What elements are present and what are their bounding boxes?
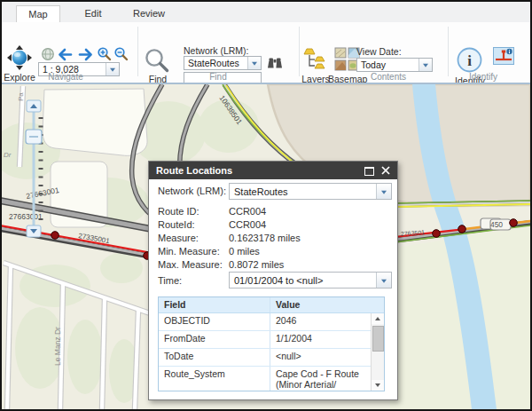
max-measure-value: 0.8072 miles bbox=[229, 259, 284, 270]
table-cell-field: Route_System bbox=[159, 367, 270, 391]
zoom-slider-down-button[interactable] bbox=[27, 225, 41, 237]
time-value: 01/01/2004 to <null> bbox=[234, 275, 323, 286]
scrollbar-thumb[interactable] bbox=[372, 326, 384, 352]
group-label-identify: Identify bbox=[439, 72, 528, 82]
close-icon[interactable] bbox=[381, 166, 390, 175]
measure-value: 0.1623178 miles bbox=[229, 233, 301, 243]
zoom-in-icon[interactable] bbox=[97, 46, 112, 62]
scroll-up-button[interactable] bbox=[372, 313, 384, 324]
attributes-table: Field Value OBJECTID 2046 FromDate 1/1/2… bbox=[158, 296, 385, 391]
app-window: Map Edit Review Explore bbox=[0, 0, 532, 411]
table-scrollbar[interactable] bbox=[371, 313, 384, 391]
group-label-contents: Contents bbox=[344, 72, 433, 82]
field-label: Route ID: bbox=[158, 206, 199, 217]
street-name-label: Pa bbox=[17, 92, 25, 101]
binoculars-icon[interactable] bbox=[267, 57, 283, 70]
svg-text:450: 450 bbox=[490, 220, 503, 229]
tab-edit[interactable]: Edit bbox=[69, 5, 117, 22]
field-label: RouteId: bbox=[158, 219, 195, 230]
view-date-combobox[interactable]: Today bbox=[356, 58, 433, 72]
table-cell-value: 1/1/2004 bbox=[270, 331, 371, 348]
full-extent-globe-icon[interactable] bbox=[41, 47, 55, 61]
tab-map[interactable]: Map bbox=[16, 5, 60, 22]
min-measure-value: 0 miles bbox=[229, 246, 260, 257]
dropdown-arrow-icon[interactable] bbox=[376, 273, 391, 288]
identify-route-locations-icon[interactable] bbox=[493, 47, 514, 65]
tab-review[interactable]: Review bbox=[122, 5, 176, 22]
field-label: Measure: bbox=[158, 233, 199, 243]
view-date-value: Today bbox=[361, 59, 386, 70]
network-lrm-dialog-combobox[interactable]: StateRoutes bbox=[229, 183, 392, 200]
explore-icon[interactable] bbox=[7, 45, 32, 70]
find-route-icon[interactable] bbox=[144, 47, 170, 74]
route-id-value: CCR004 bbox=[229, 206, 266, 217]
group-label-navigate: Navigate bbox=[21, 72, 110, 82]
table-cell-value: 2046 bbox=[270, 313, 371, 330]
routeid-value: CCR004 bbox=[229, 219, 266, 230]
svg-text:i: i bbox=[467, 52, 472, 69]
identify-icon[interactable]: i bbox=[456, 46, 483, 74]
maximize-icon[interactable] bbox=[364, 167, 374, 176]
zoom-slider-thumb[interactable] bbox=[26, 130, 42, 144]
dropdown-arrow-icon[interactable] bbox=[419, 59, 432, 71]
zoom-out-icon[interactable] bbox=[113, 46, 129, 62]
map-route-shield: 450 bbox=[481, 218, 511, 230]
network-lrm-dialog-value: StateRoutes bbox=[234, 186, 288, 197]
column-header-value[interactable]: Value bbox=[270, 297, 371, 312]
dropdown-arrow-icon[interactable] bbox=[247, 57, 261, 69]
group-separator bbox=[299, 27, 300, 76]
table-cell-value: <null> bbox=[270, 349, 371, 366]
table-cell-field: ToDate bbox=[159, 349, 270, 366]
table-row[interactable]: OBJECTID 2046 bbox=[159, 313, 384, 331]
scroll-down-button[interactable] bbox=[372, 380, 384, 391]
table-header-row: Field Value bbox=[159, 297, 384, 313]
table-row[interactable]: FromDate 1/1/2004 bbox=[159, 331, 384, 349]
dialog-title: Route Locations bbox=[156, 165, 232, 176]
network-lrm-combobox[interactable]: StateRoutes bbox=[184, 56, 262, 70]
table-cell-field: OBJECTID bbox=[159, 313, 270, 330]
group-label-find: Find bbox=[174, 72, 262, 82]
route-id-label: 27663001 bbox=[9, 212, 43, 221]
street-name-label: Le Manz Dr bbox=[53, 327, 62, 366]
ribbon-tabs: Map Edit Review bbox=[2, 2, 530, 22]
table-cell-value: Cape Cod - F Route (Minor Arterial/ Coll… bbox=[270, 367, 371, 391]
field-label: Network (LRM): bbox=[158, 186, 226, 196]
forward-arrow-icon[interactable] bbox=[77, 48, 94, 61]
column-header-field[interactable]: Field bbox=[159, 297, 270, 312]
network-lrm-value: StateRoutes bbox=[188, 58, 239, 68]
field-label: Max. Measure: bbox=[158, 259, 223, 270]
group-separator bbox=[137, 27, 138, 76]
zoom-slider-up-button[interactable] bbox=[27, 100, 41, 112]
field-label: Time: bbox=[158, 275, 182, 286]
layers-icon[interactable] bbox=[303, 47, 327, 71]
table-row[interactable]: ToDate <null> bbox=[159, 349, 384, 367]
street-name-label: Dr bbox=[4, 151, 12, 159]
table-row[interactable]: Route_System Cape Cod - F Route (Minor A… bbox=[159, 367, 384, 391]
view-date-label: View Date: bbox=[356, 46, 427, 57]
ribbon: Explore 1 : 9,028 Naviga bbox=[2, 22, 530, 83]
route-locations-dialog: Route Locations Network (LRM): StateRout… bbox=[148, 161, 398, 400]
table-cell-field: FromDate bbox=[159, 331, 270, 348]
time-combobox[interactable]: 01/01/2004 to <null> bbox=[229, 272, 392, 288]
dropdown-arrow-icon[interactable] bbox=[376, 184, 391, 199]
back-arrow-icon[interactable] bbox=[57, 48, 74, 61]
field-label: Min. Measure: bbox=[158, 246, 220, 257]
group-separator bbox=[448, 27, 449, 76]
dialog-titlebar[interactable]: Route Locations bbox=[149, 162, 397, 179]
network-lrm-label: Network (LRM): bbox=[184, 45, 263, 56]
